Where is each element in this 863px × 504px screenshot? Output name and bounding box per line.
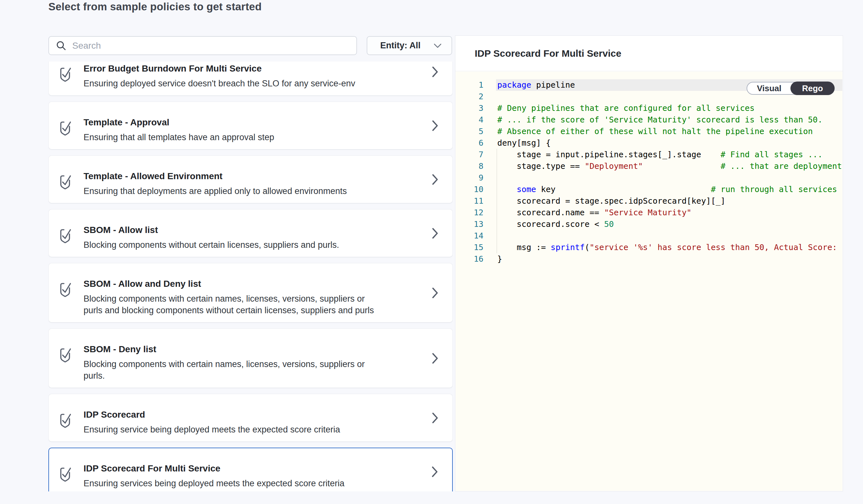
policy-description: Ensuring that all templates have an appr… [84, 131, 384, 143]
line-number: 7 [456, 149, 496, 160]
chevron-right-icon [432, 174, 438, 185]
chevron-right-icon [432, 413, 438, 424]
policy-card[interactable]: SBOM - Allow and Deny list Blocking comp… [48, 263, 453, 323]
shield-check-icon [58, 465, 73, 484]
chevron-right-icon [432, 466, 438, 477]
line-number: 9 [456, 172, 496, 184]
policy-title: SBOM - Allow list [84, 225, 414, 235]
code-line-content: deny[msg] { [496, 137, 842, 149]
policy-card-text: SBOM - Allow list Blocking components wi… [84, 225, 414, 251]
code-line-content: stage.type == "Deployment" # ... that ar… [496, 160, 842, 172]
policy-description: Ensuring service being deployed meets th… [84, 424, 384, 435]
visual-toggle-button[interactable]: Visual [747, 82, 791, 94]
entity-filter-dropdown[interactable]: Entity: All [367, 36, 452, 55]
line-number: 15 [456, 242, 496, 253]
policy-list: Error Budget Burndown For Multi Service … [48, 62, 453, 491]
code-line-content: scorecard.score < 50 [496, 219, 842, 230]
code-line[interactable]: 15 msg := sprintf("service '%s' has scor… [456, 242, 842, 253]
policy-card-text: Error Budget Burndown For Multi Service … [84, 64, 414, 89]
policy-card[interactable]: IDP Scorecard For Multi Service Ensuring… [48, 448, 453, 491]
search-box[interactable] [48, 36, 357, 55]
search-input[interactable] [72, 41, 350, 51]
code-line[interactable]: 6deny[msg] { [456, 137, 842, 149]
policy-description: Ensuring services being deployed meets t… [84, 478, 384, 489]
policy-title: Error Budget Burndown For Multi Service [84, 64, 414, 74]
code-line-content: msg := sprintf("service '%s' has score l… [496, 242, 842, 253]
code-line-content [496, 230, 842, 242]
code-line[interactable]: 8 stage.type == "Deployment" # ... that … [456, 160, 842, 172]
chevron-right-icon [432, 353, 438, 364]
line-number: 12 [456, 207, 496, 219]
chevron-right-icon [432, 287, 438, 298]
code-line-content: scorecard.name == "Service Maturity" [496, 207, 842, 219]
policy-card[interactable]: Error Budget Burndown For Multi Service … [48, 62, 453, 96]
line-number: 3 [456, 102, 496, 114]
code-editor[interactable]: 1package pipeline23# Deny pipelines that… [456, 72, 842, 491]
code-line[interactable]: 5# Absence of either of these will not h… [456, 126, 842, 137]
policy-card[interactable]: SBOM - Allow list Blocking components wi… [48, 209, 453, 257]
line-number: 4 [456, 114, 496, 126]
code-line[interactable]: 4# ... if the score of 'Service Maturity… [456, 114, 842, 126]
code-line[interactable]: 16} [456, 253, 842, 265]
line-number: 1 [456, 79, 496, 91]
policy-card-text: Template - Allowed Environment Ensuring … [84, 171, 414, 197]
code-line-content: scorecard = stage.spec.idpScorecard[key]… [496, 195, 842, 207]
policy-description: Blocking components with certain names, … [84, 293, 384, 316]
shield-check-icon [58, 281, 73, 299]
search-icon [55, 40, 67, 52]
line-number: 8 [456, 160, 496, 172]
chevron-right-icon [432, 228, 438, 239]
shield-check-icon [58, 412, 73, 430]
line-number: 5 [456, 126, 496, 137]
policy-title: IDP Scorecard [84, 410, 414, 420]
policy-title: Template - Approval [84, 117, 414, 128]
chevron-right-icon [432, 120, 438, 131]
code-line[interactable]: 13 scorecard.score < 50 [456, 219, 842, 230]
code-line[interactable]: 3# Deny pipelines that are configured fo… [456, 102, 842, 114]
code-line[interactable]: 7 stage = input.pipeline.stages[_].stage… [456, 149, 842, 160]
shield-check-icon [58, 65, 73, 84]
indent-guide [497, 149, 497, 253]
shield-check-icon [58, 227, 73, 246]
rego-toggle-button[interactable]: Rego [790, 81, 835, 95]
policy-card-text: Template - Approval Ensuring that all te… [84, 117, 414, 143]
policy-card-text: IDP Scorecard Ensuring service being dep… [84, 410, 414, 435]
policy-card[interactable]: SBOM - Deny list Blocking components wit… [48, 328, 453, 388]
line-number: 6 [456, 137, 496, 149]
code-line-content: some key # run through all services [496, 184, 842, 195]
policy-title: SBOM - Deny list [84, 344, 414, 354]
chevron-down-icon [434, 43, 442, 48]
entity-filter-label: Entity: All [380, 41, 421, 51]
policy-card[interactable]: Template - Allowed Environment Ensuring … [48, 155, 453, 203]
policy-description: Blocking components with certain names, … [84, 358, 384, 382]
code-line[interactable]: 10 some key # run through all services [456, 184, 842, 195]
code-line[interactable]: 9 [456, 172, 842, 184]
code-line[interactable]: 14 [456, 230, 842, 242]
policy-card-text: SBOM - Allow and Deny list Blocking comp… [84, 279, 414, 316]
code-line[interactable]: 12 scorecard.name == "Service Maturity" [456, 207, 842, 219]
code-line[interactable]: 11 scorecard = stage.spec.idpScorecard[k… [456, 195, 842, 207]
policy-card-text: SBOM - Deny list Blocking components wit… [84, 344, 414, 382]
detail-title: IDP Scorecard For Multi Service [475, 48, 622, 59]
policy-description: Ensuring deployed service doesn't breach… [84, 78, 384, 89]
line-number: 10 [456, 184, 496, 195]
policy-description: Ensuring that deployments are applied on… [84, 185, 384, 197]
policy-detail-panel: IDP Scorecard For Multi Service 1package… [455, 36, 843, 491]
policy-title: Template - Allowed Environment [84, 171, 414, 181]
policy-card[interactable]: IDP Scorecard Ensuring service being dep… [48, 394, 453, 442]
page-title: Select from sample policies to get start… [48, 1, 262, 13]
line-number: 16 [456, 253, 496, 265]
policy-description: Blocking components without certain lice… [84, 239, 384, 251]
detail-header: IDP Scorecard For Multi Service [455, 36, 843, 71]
shield-check-icon [58, 346, 73, 365]
code-line-content: } [496, 253, 842, 265]
policy-title: SBOM - Allow and Deny list [84, 279, 414, 289]
code-lines: 1package pipeline23# Deny pipelines that… [456, 72, 842, 265]
shield-check-icon [58, 173, 73, 192]
line-number: 2 [456, 91, 496, 102]
line-number: 13 [456, 219, 496, 230]
view-mode-toggle: Visual Rego [747, 82, 835, 95]
chevron-right-icon [432, 66, 438, 77]
line-number: 14 [456, 230, 496, 242]
policy-card[interactable]: Template - Approval Ensuring that all te… [48, 102, 453, 150]
